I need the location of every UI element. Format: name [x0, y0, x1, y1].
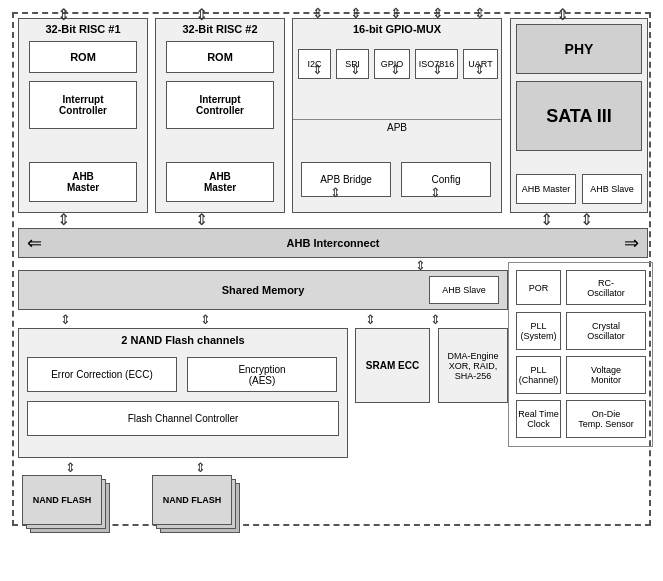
error-correction-label: Error Correction (ECC) [51, 369, 153, 380]
flash-controller-label: Flash Channel Controller [128, 413, 239, 424]
arrow-dma-top: ⇕ [430, 312, 441, 327]
dma-label: DMA-Engine XOR, RAID, SHA-256 [447, 351, 498, 381]
ahb-interconnect-box: AHB Interconnect ⇐ ⇒ [18, 228, 648, 258]
nand-flash2-stack: NAND FLASH [152, 475, 247, 540]
sram-ecc-box: SRAM ECC [355, 328, 430, 403]
nand-channels-box: 2 NAND Flash channels Error Correction (… [18, 328, 348, 458]
ahb-master3-box: AHB Master [516, 174, 576, 204]
arrow-nand-flash1-top: ⇕ [65, 460, 76, 475]
arrow-risc2-top: ⇕ [195, 5, 208, 24]
apb-bridge-box: APB Bridge [301, 162, 391, 197]
ahb-master2-label: AHB Master [204, 171, 236, 193]
arrow-nand-flash2-top: ⇕ [195, 460, 206, 475]
nand-flash2-layer1: NAND FLASH [152, 475, 232, 525]
rom1-box: ROM [29, 41, 137, 73]
gpio-mux-label: 16-bit GPIO-MUX [353, 23, 441, 35]
interrupt2-box: Interrupt Controller [166, 81, 274, 129]
arrow-uart-apb: ⇕ [474, 62, 485, 77]
arrow-phy-top: ⇕ [556, 5, 569, 24]
arrow-risc1-down: ⇕ [57, 210, 70, 229]
ahb-slave2-box: AHB Slave [429, 276, 499, 304]
arrow-i2c-top: ⇕ [312, 5, 324, 21]
rom1-label: ROM [70, 51, 96, 63]
risc1-box: 32-Bit RISC #1 ROM Interrupt Controller … [18, 18, 148, 213]
nand-flash1-label: NAND FLASH [33, 495, 92, 505]
arrow-uart-top: ⇕ [474, 5, 486, 21]
clock-section-border [508, 262, 653, 447]
ahb-slave1-label: AHB Slave [590, 184, 634, 194]
nand-flash2-label: NAND FLASH [163, 495, 222, 505]
dma-box: DMA-Engine XOR, RAID, SHA-256 [438, 328, 508, 403]
sata3-label: SATA III [546, 106, 612, 127]
arrow-sram-top: ⇕ [365, 312, 376, 327]
ahb-master1-box: AHB Master [29, 162, 137, 202]
diagram: 32-Bit RISC #1 ROM Interrupt Controller … [0, 0, 663, 581]
phy-box: PHY [516, 24, 642, 74]
nand-flash1-stack: NAND FLASH [22, 475, 117, 540]
shared-memory-box: Shared Memory AHB Slave [18, 270, 508, 310]
arrow-nand2-top: ⇕ [200, 312, 211, 327]
arrow-gpio-top: ⇕ [390, 5, 402, 21]
nand-channels-label: 2 NAND Flash channels [121, 334, 244, 346]
encryption-label: Encryption (AES) [238, 364, 285, 386]
arrow-risc2-down: ⇕ [195, 210, 208, 229]
risc2-box: 32-Bit RISC #2 ROM Interrupt Controller … [155, 18, 285, 213]
phy-sata-box: PHY SATA III AHB Master AHB Slave [510, 18, 648, 213]
sata3-box: SATA III [516, 81, 642, 151]
ahb-master3-label: AHB Master [522, 184, 571, 194]
arrow-apb-bridge-down: ⇕ [330, 185, 341, 200]
arrow-iso-top: ⇕ [432, 5, 444, 21]
apb-label: APB [293, 119, 501, 133]
arrow-spi-top: ⇕ [350, 5, 362, 21]
arrow-sata-down: ⇕ [580, 210, 593, 229]
ahb-master2-box: AHB Master [166, 162, 274, 202]
error-correction-box: Error Correction (ECC) [27, 357, 177, 392]
ahb-slave1-box: AHB Slave [582, 174, 642, 204]
risc1-label: 32-Bit RISC #1 [45, 23, 120, 35]
arrow-iso-apb: ⇕ [432, 62, 443, 77]
ahb-left-arrow: ⇐ [27, 232, 42, 254]
nand-flash1-layer1: NAND FLASH [22, 475, 102, 525]
config-label: Config [432, 174, 461, 185]
gpio-mux-box: 16-bit GPIO-MUX I2C SPI GPIO ISO7816 UAR… [292, 18, 502, 213]
config-box: Config [401, 162, 491, 197]
ahb-right-arrow: ⇒ [624, 232, 639, 254]
arrow-spi-apb: ⇕ [350, 62, 361, 77]
phy-label: PHY [565, 41, 594, 57]
shared-memory-label: Shared Memory [222, 284, 305, 296]
arrow-config-down: ⇕ [430, 185, 441, 200]
encryption-box: Encryption (AES) [187, 357, 337, 392]
arrow-risc1-top: ⇕ [57, 5, 70, 24]
interrupt1-label: Interrupt Controller [59, 94, 107, 116]
interrupt2-label: Interrupt Controller [196, 94, 244, 116]
ahb-interconnect-label: AHB Interconnect [287, 237, 380, 249]
apb-bridge-label: APB Bridge [320, 174, 372, 185]
interrupt1-box: Interrupt Controller [29, 81, 137, 129]
rom2-box: ROM [166, 41, 274, 73]
risc2-label: 32-Bit RISC #2 [182, 23, 257, 35]
flash-controller-box: Flash Channel Controller [27, 401, 339, 436]
sram-ecc-label: SRAM ECC [366, 360, 419, 371]
arrow-phy-down: ⇕ [540, 210, 553, 229]
arrow-nand-top: ⇕ [60, 312, 71, 327]
ahb-slave2-label: AHB Slave [442, 285, 486, 295]
rom2-label: ROM [207, 51, 233, 63]
ahb-master1-label: AHB Master [67, 171, 99, 193]
arrow-i2c-apb: ⇕ [312, 62, 323, 77]
arrow-gpio-apb: ⇕ [390, 62, 401, 77]
